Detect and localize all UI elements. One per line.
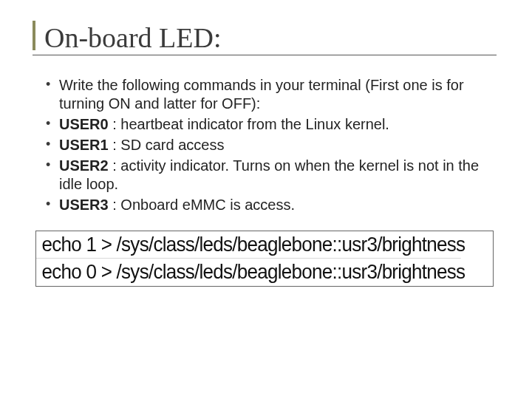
bullet-user2-text: : activity indicator. Turns on when the …	[59, 157, 479, 192]
bullet-user3-text: : Onboard eMMC is access.	[109, 197, 295, 213]
bullet-user1: USER1 : SD card access	[46, 136, 492, 154]
bullet-user1-text: : SD card access	[109, 137, 225, 153]
bullet-user0: USER0 : heartbeat indicator from the Lin…	[46, 115, 492, 134]
bullet-user0-text: : heartbeat indicator from the Linux ker…	[109, 116, 389, 132]
command-off: echo 0 > /sys/class/leds/beaglebone::usr…	[36, 259, 461, 285]
slide-title: On-board LED:	[44, 24, 222, 53]
title-wrap: On-board LED:	[33, 21, 497, 55]
accent-bar	[33, 21, 35, 50]
bullet-intro: Write the following commands in your ter…	[46, 76, 492, 113]
command-on: echo 1 > /sys/class/leds/beaglebone::usr…	[36, 231, 461, 259]
bullet-user0-label: USER0	[59, 116, 109, 132]
bullet-intro-text: Write the following commands in your ter…	[59, 77, 464, 112]
bullet-user2: USER2 : activity indicator. Turns on whe…	[46, 157, 492, 194]
slide-container: On-board LED: Write the following comman…	[0, 0, 532, 399]
bullet-list: Write the following commands in your ter…	[33, 76, 497, 214]
bullet-user2-label: USER2	[59, 157, 109, 174]
bullet-user3: USER3 : Onboard eMMC is access.	[46, 196, 492, 214]
bullet-user1-label: USER1	[59, 137, 109, 153]
bullet-user3-label: USER3	[59, 197, 109, 213]
command-block: echo 1 > /sys/class/leds/beaglebone::usr…	[35, 231, 494, 287]
